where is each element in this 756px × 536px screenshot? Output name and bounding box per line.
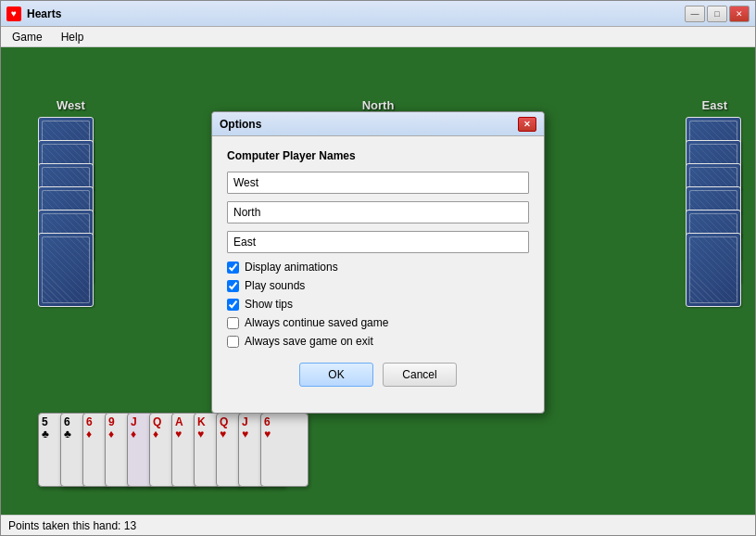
minimize-button[interactable]: — [685,6,705,22]
menu-bar: Game Help [1,27,755,47]
status-bar: Points taken this hand: 13 [1,515,755,535]
play-sounds-row: Play sounds [227,279,529,292]
window-title: Hearts [27,7,679,20]
app-icon: ♥ [6,6,21,21]
north-name-input[interactable] [227,201,529,223]
window-controls: — □ ✕ [685,6,750,22]
maximize-button[interactable]: □ [707,6,727,22]
display-animations-row: Display animations [227,261,529,274]
save-on-exit-row: Always save game on exit [227,335,529,348]
close-button[interactable]: ✕ [729,6,750,22]
save-on-exit-label: Always save game on exit [245,335,373,348]
menu-help[interactable]: Help [54,29,92,45]
dialog-content: Computer Player Names Display animations… [212,136,544,413]
display-animations-label: Display animations [245,261,338,274]
show-tips-label: Show tips [245,298,293,311]
continue-saved-checkbox[interactable] [227,317,239,329]
continue-saved-label: Always continue saved game [245,316,388,329]
section-title: Computer Player Names [227,149,529,162]
continue-saved-row: Always continue saved game [227,316,529,329]
status-text: Points taken this hand: 13 [8,519,136,532]
dialog-title: Options [220,118,518,131]
ok-button[interactable]: OK [299,363,373,387]
dialog-close-button[interactable]: ✕ [518,117,536,132]
cancel-button[interactable]: Cancel [383,363,457,387]
east-name-input[interactable] [227,231,529,253]
dialog-buttons: OK Cancel [227,353,529,400]
title-bar: ♥ Hearts — □ ✕ [1,1,755,27]
main-window: ♥ Hearts — □ ✕ Game Help West North East [0,0,756,536]
dialog-overlay: Options ✕ Computer Player Names Display … [1,47,755,515]
play-sounds-label: Play sounds [245,279,305,292]
play-sounds-checkbox[interactable] [227,280,239,292]
west-name-input[interactable] [227,172,529,194]
game-area: West North East [1,47,755,515]
show-tips-row: Show tips [227,298,529,311]
show-tips-checkbox[interactable] [227,299,239,311]
dialog-title-bar: Options ✕ [212,112,544,136]
menu-game[interactable]: Game [5,29,50,45]
save-on-exit-checkbox[interactable] [227,336,239,348]
options-dialog: Options ✕ Computer Player Names Display … [211,111,545,414]
display-animations-checkbox[interactable] [227,262,239,274]
